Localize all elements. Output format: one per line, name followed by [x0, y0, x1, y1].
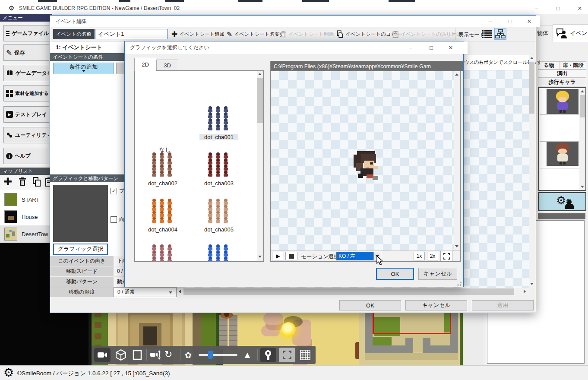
prop-value-frequency[interactable]: 0 / 通常: [114, 287, 177, 297]
graphic-dialog-close[interactable]: ✕: [443, 43, 458, 52]
sprite-label-dot-cha001[interactable]: dot_cha001: [199, 134, 238, 140]
scroll-up-icon[interactable]: [455, 73, 458, 76]
character-list-item[interactable]: [547, 89, 579, 114]
fullscreen-button[interactable]: [279, 348, 295, 362]
grid-toggle-button[interactable]: [298, 348, 313, 361]
scale-2x-button[interactable]: 2x: [427, 252, 438, 260]
event-dialog-close[interactable]: ✕: [522, 16, 537, 26]
sprite-label-dot-cha004[interactable]: dot_cha004: [143, 226, 182, 233]
event-apply-button[interactable]: 適用: [472, 300, 534, 310]
event-name-input[interactable]: イベント1: [95, 29, 168, 39]
sprite-item-dot-cha005[interactable]: [206, 199, 230, 223]
scroll-down-icon[interactable]: [455, 245, 458, 247]
delete-sheet-button[interactable]: イベントシート削除: [280, 29, 334, 39]
scroll-down-icon[interactable]: [581, 186, 584, 188]
sprite-label-dot-cha002[interactable]: dot_cha002: [143, 180, 182, 187]
event-dialog-minimize[interactable]: –: [483, 16, 498, 26]
copy-sheet-button[interactable]: イベントシートのコピー: [336, 29, 401, 39]
sidebar-item-game-file[interactable]: ゲームファイル: [3, 25, 49, 41]
zoom-slider-handle[interactable]: [208, 351, 213, 359]
sprite-item-dot-cha007[interactable]: [206, 244, 230, 262]
scroll-down-icon[interactable]: [258, 256, 262, 258]
subtab-door-stairs[interactable]: 扉・階段: [560, 61, 586, 70]
scroll-left-icon[interactable]: [179, 290, 181, 293]
graphic-select-button[interactable]: グラフィック選択: [53, 244, 108, 255]
scrollbar-thumb[interactable]: [580, 95, 585, 117]
add-sheet-button[interactable]: ✚ イベントシート追加: [171, 29, 224, 39]
tab-2d[interactable]: 2D: [134, 58, 156, 71]
sprite-item-dot-cha001[interactable]: [206, 106, 230, 130]
character-list-item[interactable]: [547, 141, 579, 166]
sheet-tab[interactable]: 1: イベントシート: [50, 41, 126, 53]
flow-view-mode-icon[interactable]: [494, 28, 506, 40]
subtab-walking-chara[interactable]: 歩行キャラ: [538, 78, 586, 86]
tab-3d[interactable]: 3D: [156, 60, 178, 71]
event-cancel-button[interactable]: キャンセル: [405, 300, 467, 310]
graphic-dialog-maximize[interactable]: □: [424, 43, 439, 52]
character-list-scrollbar[interactable]: [579, 88, 585, 190]
paste-sheet-button[interactable]: イベントシートの貼り付け: [392, 29, 461, 39]
play-icon: ▶: [6, 111, 13, 118]
sidebar-item-add-assets[interactable]: 素材を追加する: [3, 85, 49, 101]
sidebar-item-utility[interactable]: ユーティリティ: [3, 127, 49, 143]
sidebar: ゲームファイル ✎ 保存 ゲームデータを作 素材を追加する ▶ テストプレイ: [0, 22, 50, 168]
motion-select-combobox[interactable]: KO / 左: [336, 252, 381, 260]
event-dialog-titlebar[interactable]: イベント編集: [50, 16, 540, 27]
character-generator-item[interactable]: ⚙ ⚙: [538, 192, 586, 211]
camera-mode-button[interactable]: [94, 348, 111, 362]
main-maximize-button[interactable]: □: [551, 3, 566, 13]
add-condition-button[interactable]: 条件の追加: [53, 63, 114, 74]
flat-view-button[interactable]: [130, 348, 144, 361]
status-bar: ⚙ ☺ ©SmileBoom / バージョン 1.0.6.22 [ 27 , 1…: [0, 365, 588, 380]
sprite-list-scrollbar[interactable]: [257, 71, 263, 261]
sidebar-item-save[interactable]: ✎ 保存: [3, 44, 49, 61]
main-titlebar[interactable]: ⚙ SMILE GAME BUILDER RPG EDITION - NewGa…: [0, 3, 588, 14]
zoom-slider[interactable]: [199, 354, 237, 356]
scroll-right-icon[interactable]: [524, 290, 526, 293]
view-mode-label: 表示モード: [458, 31, 485, 38]
camera-rotate-button[interactable]: ↻: [161, 348, 175, 361]
scale-1x-button[interactable]: 1x: [414, 252, 425, 260]
add-map-icon[interactable]: ✚: [3, 176, 12, 188]
sprite-item-dot-cha002[interactable]: [150, 152, 174, 177]
sidebar-item-help[interactable]: i ヘルプ: [3, 148, 49, 164]
sidebar-item-test-play[interactable]: ▶ テストプレイ: [3, 106, 49, 123]
scroll-up-icon[interactable]: [581, 90, 584, 92]
graphic-ok-button[interactable]: OK: [376, 268, 414, 280]
sprite-item-dot-cha003[interactable]: [206, 152, 230, 177]
list-view-mode-icon[interactable]: [482, 29, 492, 39]
character-list[interactable]: [538, 87, 586, 191]
scroll-up-icon[interactable]: [530, 57, 534, 59]
main-minimize-button[interactable]: –: [529, 3, 544, 13]
event-dialog-maximize[interactable]: □: [503, 16, 518, 26]
preview-vscrollbar[interactable]: [454, 71, 460, 250]
scroll-down-icon[interactable]: [530, 283, 534, 285]
canvas-vscrollbar[interactable]: [529, 55, 535, 288]
sprite-item-dot-cha004[interactable]: [150, 199, 174, 223]
sprite-list[interactable]: なし dot_cha001 dot_cha002 dot_cha003 dot_…: [134, 70, 264, 262]
delete-map-icon[interactable]: [18, 177, 27, 187]
camera-elevation-button[interactable]: [149, 348, 163, 361]
event-ok-button[interactable]: OK: [339, 300, 401, 310]
graphic-dialog-minimize[interactable]: –: [403, 43, 418, 52]
play-motion-button[interactable]: ▶: [272, 252, 284, 260]
sprite-label-dot-cha003[interactable]: dot_cha003: [199, 180, 238, 187]
copy-map-icon[interactable]: [32, 177, 41, 187]
graphic-cancel-button[interactable]: キャンセル: [418, 268, 457, 280]
rename-sheet-button[interactable]: ✎ イベントシート名変更: [227, 29, 285, 39]
main-close-button[interactable]: ✕: [572, 3, 587, 13]
fullscreen-icon: [283, 351, 291, 359]
cube-view-button[interactable]: [114, 348, 128, 361]
sprite-label-dot-cha005[interactable]: dot_cha005: [199, 226, 238, 233]
sprite-item-dot-cha006[interactable]: [150, 244, 174, 262]
subtab-effect[interactable]: 演出: [538, 70, 586, 78]
scroll-up-icon[interactable]: [258, 73, 262, 75]
light-toggle-button[interactable]: [260, 348, 276, 362]
tab-event[interactable]: イベント: [553, 24, 588, 42]
preview-fullscreen-button[interactable]: [440, 251, 452, 261]
canvas-hscrollbar[interactable]: [177, 288, 529, 295]
preview-canvas[interactable]: [271, 71, 454, 250]
resize-grip[interactable]: [457, 282, 462, 286]
stop-motion-button[interactable]: [285, 252, 297, 260]
sidebar-item-game-data[interactable]: ゲームデータを作: [3, 65, 49, 81]
